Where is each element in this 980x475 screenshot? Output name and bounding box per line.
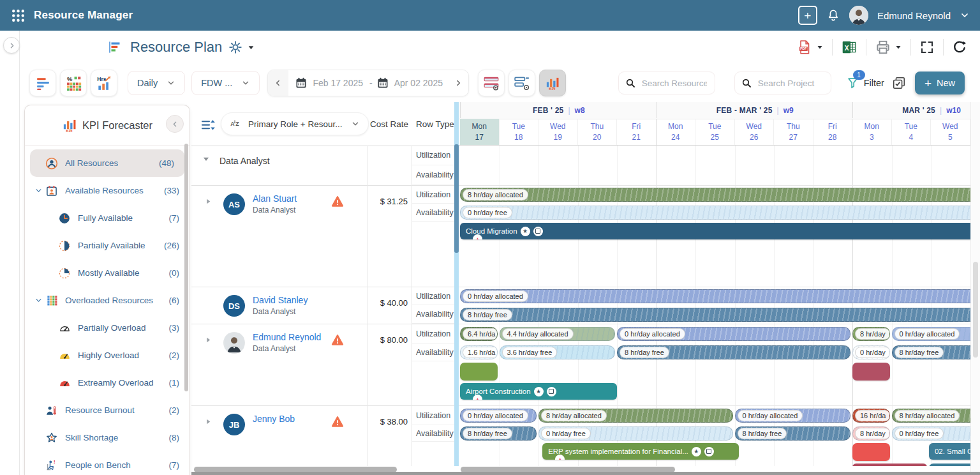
allocation-bar[interactable]: 8 hr/day (852, 426, 890, 441)
project-bar[interactable]: 02. Small Ce (929, 443, 971, 460)
project-block[interactable] (852, 363, 890, 381)
prev-period-button[interactable] (268, 70, 288, 96)
kpi-forecaster-button[interactable]: KPI (539, 70, 566, 96)
expand-row-icon[interactable] (204, 197, 212, 206)
allocation-bar[interactable]: 8 hr/day allocated (538, 409, 733, 423)
allocation-bar[interactable]: 0 hr/day allocated (617, 327, 850, 341)
sort-icon[interactable] (200, 117, 216, 133)
allocation-bar[interactable]: 0 hr/day allocated (460, 409, 537, 423)
group-row-data-analyst[interactable]: Data AnalystUtilizationAvailability (191, 146, 454, 186)
allocation-bar[interactable]: 3.6 hr/day free (500, 345, 616, 359)
resource-row-edmund-reynold[interactable]: Edmund ReynoldData Analyst$ 80.00Utiliza… (191, 324, 454, 406)
bottom-scrollbar-track[interactable] (191, 472, 980, 475)
star-icon[interactable]: ★ (521, 227, 530, 236)
search-resource-input[interactable] (641, 78, 708, 89)
multi-select-icon[interactable] (892, 76, 906, 90)
allocation-bar[interactable]: 8 hr/day allocated (892, 409, 972, 423)
calendar-icon[interactable] (295, 77, 308, 89)
chevron-down-icon[interactable] (33, 296, 44, 305)
sidebar-item-available-resources[interactable]: Available Resources(33) (25, 177, 189, 204)
apps-grid-icon[interactable] (10, 8, 26, 24)
notifications-bell-icon[interactable] (826, 8, 840, 22)
resource-name[interactable]: Jenny Bob (253, 414, 295, 424)
expand-panel-button[interactable] (3, 37, 20, 54)
resource-name[interactable]: David Stanley (253, 295, 308, 305)
heatmap-view-button[interactable]: % (60, 70, 87, 96)
profile-select[interactable]: FDW ... (191, 71, 260, 95)
allocation-bar[interactable]: 16 hr/da (852, 409, 890, 423)
project-block[interactable] (460, 363, 498, 381)
sidebar-item-mostly-available[interactable]: Mostly Available(0) (25, 259, 189, 287)
fullscreen-button[interactable] (918, 38, 936, 56)
allocation-bar[interactable]: 1.6 hr/da (460, 345, 498, 359)
calendar-icon[interactable] (376, 77, 389, 89)
allocation-bar[interactable]: 8 hr/day free (460, 308, 971, 322)
settings-gear-icon[interactable] (228, 40, 242, 54)
collapse-sidebar-button[interactable] (166, 115, 184, 133)
user-avatar[interactable] (849, 6, 868, 25)
resource-row-alan-stuart[interactable]: ASAlan StuartData Analyst$ 31.25Utilizat… (191, 186, 454, 287)
allocation-bar[interactable]: 0 hr/day free (460, 206, 971, 220)
right-scrollbar-track[interactable] (970, 102, 980, 475)
allocation-bar[interactable]: 0 hr/day allocated (460, 289, 971, 303)
filter-button[interactable]: 1 Filter (847, 76, 884, 90)
refresh-button[interactable] (951, 38, 969, 56)
search-project-input[interactable] (757, 78, 824, 89)
date-end[interactable]: Apr 02 2025 (394, 78, 443, 88)
allocation-bar[interactable]: 4.4 hr/day allocated (500, 327, 616, 341)
allocation-bar[interactable]: 0 hr/day allocated (735, 409, 851, 423)
row-settings-button[interactable] (478, 70, 505, 96)
allocation-bar[interactable]: 0 hr/day free (892, 426, 972, 441)
resource-row-david-stanley[interactable]: DSDavid StanleyData Analyst$ 40.00Utiliz… (191, 287, 454, 324)
settings-chevron-icon[interactable] (247, 43, 255, 52)
project-block[interactable] (852, 443, 890, 461)
allocation-bar[interactable]: 8 hr/day free (460, 426, 537, 441)
sidebar-scrollbar[interactable] (184, 144, 188, 391)
allocation-bar[interactable]: 8 hr/day free (617, 345, 850, 359)
project-bar[interactable]: Airport Construction★▲ (460, 383, 617, 400)
allocation-bar[interactable]: 8 hr/day free (735, 426, 851, 441)
sidebar-item-people-on-bench[interactable]: !People on Bench(7) (25, 451, 189, 475)
user-menu-chevron-icon[interactable] (960, 10, 970, 20)
hours-view-button[interactable]: Hrs (91, 70, 117, 96)
sidebar-item-extreamly-overload[interactable]: Extreamly Overload(1) (25, 369, 189, 396)
collapse-group-icon[interactable] (202, 155, 211, 163)
allocation-bar[interactable]: 6.4 hr/da (460, 327, 498, 341)
status-square-icon[interactable] (547, 387, 556, 396)
resource-row-jenny-bob[interactable]: JBJenny Bob$ 38.00UtilizationAvailabilit… (191, 406, 454, 466)
star-icon[interactable]: ★ (534, 387, 544, 396)
granularity-select[interactable]: Daily (128, 71, 185, 95)
new-button[interactable]: + New (915, 72, 965, 94)
chevron-down-icon[interactable] (33, 186, 44, 195)
star-icon[interactable]: ★ (692, 447, 701, 456)
allocation-bar[interactable]: 0 hr/day allocated (892, 327, 972, 341)
quick-add-button[interactable]: + (798, 6, 817, 25)
export-excel-button[interactable]: X (840, 38, 859, 57)
allocation-bar[interactable]: 8 hr/day (852, 327, 890, 341)
sidebar-item-highly-overload[interactable]: Highly Overload(2) (25, 342, 189, 369)
gantt-view-button[interactable] (29, 70, 56, 96)
sidebar-item-partially-available[interactable]: Partially Available(26) (25, 232, 189, 259)
project-bar[interactable]: ERP system implementation for Financial.… (542, 443, 739, 460)
sidebar-item-all-resources[interactable]: All Resources(48) (30, 149, 184, 177)
bar-settings-button[interactable] (509, 70, 535, 96)
allocation-bar[interactable]: 8 hr/day free (892, 345, 972, 359)
timeline-vertical-scrollbar[interactable] (454, 102, 459, 466)
sidebar-item-resource-burnout[interactable]: Resource Burnout(2) (25, 396, 189, 424)
print-button[interactable] (873, 38, 903, 57)
resource-name[interactable]: Edmund Reynold (253, 332, 321, 342)
date-start[interactable]: Feb 17 2025 (313, 78, 363, 88)
resource-name[interactable]: Alan Stuart (253, 193, 297, 204)
expand-row-icon[interactable] (204, 418, 212, 426)
sidebar-item-overloaded-resources[interactable]: Overloaded Resources(6) (25, 287, 189, 314)
project-bar[interactable]: Cloud Migration★▲ (460, 223, 971, 239)
priority-triangle-icon[interactable]: ▲ (473, 395, 482, 400)
group-by-dropdown[interactable]: AZ Primary Role + Resour... (221, 112, 369, 135)
allocation-bar[interactable]: 8 hr/day allocated (460, 188, 971, 202)
next-period-button[interactable] (448, 70, 468, 96)
sidebar-item-skill-shortage[interactable]: Skill Shortage(8) (25, 424, 189, 451)
allocation-bar[interactable]: 0 hr/day free (538, 426, 733, 441)
export-pdf-button[interactable]: PDF (795, 38, 825, 57)
allocation-bar[interactable]: 0 hr/day (852, 345, 890, 359)
project-bar[interactable]: ★▲ (852, 464, 927, 466)
